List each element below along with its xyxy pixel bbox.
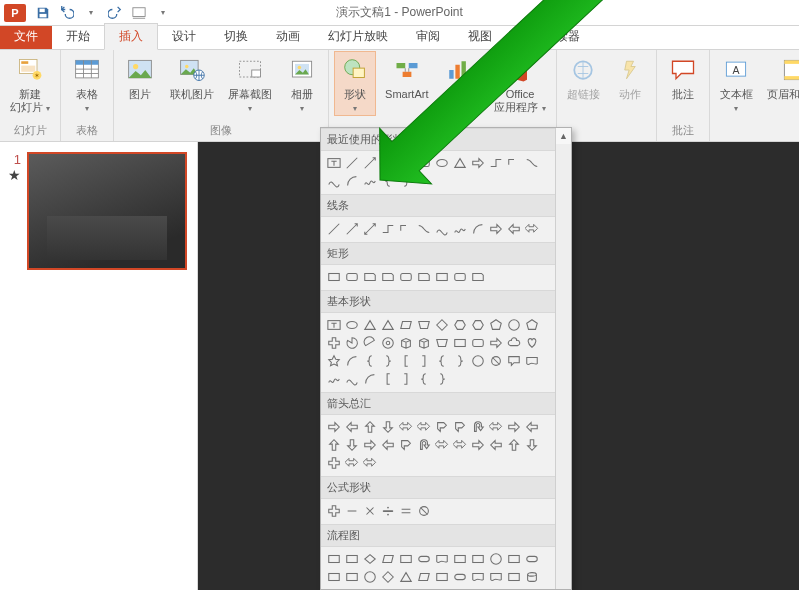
shape-item[interactable] — [379, 370, 397, 388]
shape-item[interactable] — [379, 550, 397, 568]
shape-item[interactable] — [343, 268, 361, 286]
shape-item[interactable] — [379, 352, 397, 370]
shape-item[interactable] — [379, 568, 397, 586]
shape-item[interactable] — [469, 352, 487, 370]
shape-item[interactable] — [343, 502, 361, 520]
shape-item[interactable] — [433, 550, 451, 568]
shape-item[interactable] — [469, 154, 487, 172]
shape-item[interactable] — [505, 568, 523, 586]
album-button[interactable]: 相册▾ — [282, 52, 322, 115]
tab-review[interactable]: 审阅 — [402, 24, 454, 49]
header-footer-button[interactable]: 页眉和页脚 — [763, 52, 799, 101]
shape-item[interactable] — [343, 370, 361, 388]
shape-item[interactable] — [397, 220, 415, 238]
shape-item[interactable] — [343, 550, 361, 568]
shape-item[interactable] — [343, 172, 361, 190]
shape-item[interactable] — [415, 568, 433, 586]
shape-item[interactable] — [325, 268, 343, 286]
shape-item[interactable] — [361, 550, 379, 568]
save-icon[interactable] — [32, 2, 54, 24]
shape-item[interactable] — [523, 568, 541, 586]
shape-item[interactable] — [325, 502, 343, 520]
shape-item[interactable] — [397, 370, 415, 388]
shape-item[interactable] — [325, 436, 343, 454]
shape-item[interactable] — [415, 550, 433, 568]
shape-item[interactable] — [415, 316, 433, 334]
tab-design[interactable]: 设计 — [158, 24, 210, 49]
shape-item[interactable] — [469, 220, 487, 238]
shape-item[interactable] — [397, 316, 415, 334]
shape-item[interactable] — [343, 568, 361, 586]
shape-item[interactable] — [451, 334, 469, 352]
shape-item[interactable] — [325, 550, 343, 568]
shape-item[interactable] — [469, 316, 487, 334]
comment-button[interactable]: 批注 — [663, 52, 703, 101]
shape-item[interactable] — [469, 418, 487, 436]
tab-transitions[interactable]: 切换 — [210, 24, 262, 49]
shape-item[interactable] — [523, 550, 541, 568]
shapes-button[interactable]: 形状▾ — [335, 52, 375, 115]
shape-item[interactable] — [397, 436, 415, 454]
shape-item[interactable] — [487, 436, 505, 454]
shape-item[interactable] — [487, 568, 505, 586]
shape-item[interactable] — [433, 352, 451, 370]
qat-customize-icon[interactable]: ▾ — [152, 2, 174, 24]
shape-item[interactable] — [361, 568, 379, 586]
shape-item[interactable] — [523, 352, 541, 370]
shape-item[interactable] — [469, 568, 487, 586]
shape-item[interactable] — [433, 154, 451, 172]
shape-item[interactable] — [397, 154, 415, 172]
hyperlink-button[interactable]: 超链接 — [563, 52, 604, 101]
shape-item[interactable] — [361, 586, 379, 589]
shape-item[interactable] — [415, 502, 433, 520]
shape-item[interactable] — [379, 334, 397, 352]
shape-item[interactable] — [487, 334, 505, 352]
tab-insert[interactable]: 插入 — [104, 23, 158, 50]
shape-item[interactable] — [343, 316, 361, 334]
shape-item[interactable] — [343, 352, 361, 370]
shape-item[interactable] — [505, 352, 523, 370]
online-picture-button[interactable]: 联机图片 — [166, 52, 218, 101]
shape-item[interactable] — [415, 334, 433, 352]
undo-icon[interactable] — [56, 2, 78, 24]
smartart-button[interactable]: SmartArt — [381, 52, 432, 101]
shape-item[interactable] — [505, 436, 523, 454]
chart-button[interactable]: 图表 — [438, 52, 478, 101]
shape-item[interactable] — [433, 568, 451, 586]
shape-item[interactable] — [343, 586, 361, 589]
textbox-button[interactable]: A 文本框▾ — [716, 52, 757, 115]
shape-item[interactable] — [505, 418, 523, 436]
tab-slideshow[interactable]: 幻灯片放映 — [314, 24, 402, 49]
shape-item[interactable] — [379, 172, 397, 190]
shape-item[interactable] — [397, 568, 415, 586]
scroll-up-icon[interactable]: ▲ — [556, 128, 571, 144]
shape-item[interactable] — [451, 268, 469, 286]
shape-item[interactable] — [361, 268, 379, 286]
shape-item[interactable] — [397, 172, 415, 190]
shape-item[interactable] — [361, 370, 379, 388]
shape-item[interactable] — [361, 154, 379, 172]
picture-button[interactable]: 图片 — [120, 52, 160, 101]
shape-item[interactable] — [325, 418, 343, 436]
shape-item[interactable] — [325, 220, 343, 238]
shape-item[interactable] — [379, 316, 397, 334]
shape-item[interactable] — [361, 418, 379, 436]
shape-item[interactable] — [433, 370, 451, 388]
shape-item[interactable] — [433, 418, 451, 436]
shape-item[interactable] — [487, 418, 505, 436]
shape-item[interactable] — [397, 502, 415, 520]
shape-item[interactable] — [505, 316, 523, 334]
shape-item[interactable] — [379, 436, 397, 454]
slide-thumbnail-1[interactable] — [27, 152, 187, 270]
shape-item[interactable] — [361, 454, 379, 472]
shape-item[interactable] — [397, 334, 415, 352]
shape-item[interactable] — [451, 436, 469, 454]
shape-item[interactable] — [361, 436, 379, 454]
table-button[interactable]: 表格▾ — [67, 52, 107, 115]
shape-item[interactable] — [325, 586, 343, 589]
shape-item[interactable] — [361, 334, 379, 352]
shape-item[interactable] — [343, 454, 361, 472]
shape-item[interactable] — [325, 352, 343, 370]
shape-item[interactable] — [415, 268, 433, 286]
shape-item[interactable] — [523, 418, 541, 436]
